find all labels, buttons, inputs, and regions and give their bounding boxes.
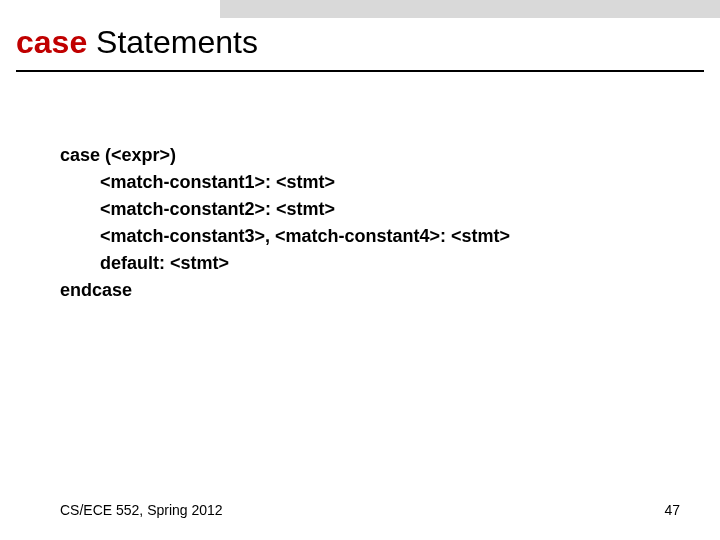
slide: case Statements case (<expr>) <match-con… [0, 0, 720, 540]
code-line: endcase [60, 277, 680, 304]
code-block: case (<expr>) <match-constant1>: <stmt> … [60, 142, 680, 304]
code-line: <match-constant2>: <stmt> [60, 196, 680, 223]
case-keyword: case [60, 145, 100, 165]
page-number: 47 [664, 502, 680, 518]
title-underline [16, 70, 704, 72]
top-stripe [220, 0, 720, 18]
code-line: default: <stmt> [60, 250, 680, 277]
title-keyword: case [16, 24, 87, 60]
slide-title: case Statements [16, 24, 258, 61]
code-line: <match-constant3>, <match-constant4>: <s… [60, 223, 680, 250]
case-expr: (<expr>) [100, 145, 176, 165]
code-line: case (<expr>) [60, 142, 680, 169]
title-rest: Statements [87, 24, 258, 60]
code-line: <match-constant1>: <stmt> [60, 169, 680, 196]
footer-course: CS/ECE 552, Spring 2012 [60, 502, 223, 518]
